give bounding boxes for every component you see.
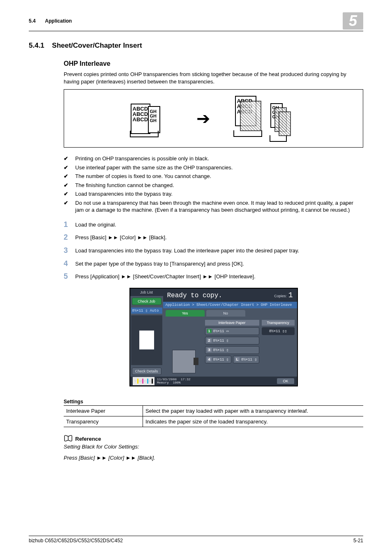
job-list-header: Job List [130, 289, 163, 296]
section-name: Sheet/Cover/Chapter Insert [52, 42, 142, 49]
step-item: Press [Basic] ►► [Color] ►► [Black]. [64, 234, 363, 241]
check-item: The finishing function cannot be changed… [64, 182, 363, 189]
ok-button[interactable]: OK [277, 378, 294, 384]
footer-page: 5-21 [353, 538, 363, 543]
table-row: Interleave Paper Select the paper tray l… [64, 405, 363, 416]
table-row: Transparency Indicates the paper size of… [64, 416, 363, 427]
subsection-title: OHP Interleave [64, 60, 363, 67]
footer-product: bizhub C652/C652DS/C552/C552DS/C452 [29, 538, 123, 543]
reference-heading: Reference [75, 436, 101, 442]
breadcrumb: Application > Sheet/Cover/Chapter Insert… [163, 302, 297, 308]
setting-name: Transparency [64, 416, 143, 427]
reference-line: Press [Basic] ►► [Color] ►► [Black]. [64, 455, 155, 461]
interleave-paper-label: Interleave Paper [205, 320, 259, 326]
tab-no[interactable]: No [206, 310, 245, 317]
status-text: Ready to copy. [167, 292, 222, 299]
tray-2-button[interactable]: 28½×11 ▯ [205, 337, 259, 345]
figure-side-text: GH [150, 118, 158, 123]
transparency-size: 8½×11 ▯▯ [262, 327, 295, 335]
setting-desc: Select the paper tray loaded with paper … [143, 405, 364, 416]
section-number: 5.4.1 [29, 42, 44, 49]
check-details-button[interactable]: Check Details [132, 368, 161, 375]
check-item: The number of copies is fixed to one. Yo… [64, 173, 363, 180]
settings-table: Interleave Paper Select the paper tray l… [64, 405, 363, 427]
arrow-icon: ➔ [196, 110, 210, 127]
footer-time: 17:32 [181, 377, 191, 381]
copies-value: 1 [288, 291, 293, 299]
check-item: Use interleaf paper with the same size a… [64, 164, 363, 171]
figure-text: ABCD [133, 117, 148, 122]
tab-yes[interactable]: Yes [166, 310, 205, 317]
copier-panel-figure: Job List Check Job 8½×11 ▯ Auto Check De… [129, 288, 298, 386]
prerequisite-list: Printing on OHP transparencies is possib… [64, 155, 363, 214]
transparency-label: Transparency [262, 320, 295, 326]
copies-label: Copies: [274, 294, 287, 298]
check-item: Load transparencies into the bypass tray… [64, 190, 363, 198]
device-icon [172, 350, 196, 373]
header-section-name: Application [45, 18, 72, 24]
check-item: Do not use a transparency that has been … [64, 199, 363, 214]
section-title: 5.4.1 Sheet/Cover/Chapter Insert [29, 42, 363, 50]
tray-1-button[interactable]: 18½×11 ▭ [205, 327, 259, 335]
check-job-button[interactable]: Check Job [132, 298, 161, 305]
reference-icon [64, 435, 73, 443]
step-item: Set the paper type of the bypass tray to… [64, 260, 363, 268]
running-header: 5.4 Application 5 [29, 12, 363, 31]
memory-label: Memory [157, 381, 169, 384]
procedure-steps: Load the original. Press [Basic] ►► [Col… [64, 221, 363, 280]
chapter-badge: 5 [343, 12, 363, 30]
check-item: Printing on OHP transparencies is possib… [64, 155, 363, 162]
step-item: Load the original. [64, 221, 363, 229]
original-preview [131, 315, 162, 365]
tray-lct-button[interactable]: L8½×11 ▯ [233, 356, 259, 363]
header-section-number: 5.4 [29, 18, 36, 24]
step-item: Press [Application] ►► [Sheet/Cover/Chap… [64, 273, 363, 280]
memory-value: 100% [173, 381, 180, 384]
toner-levels: YMCK [133, 377, 155, 385]
ohp-interleave-figure: ABCD ABCD ABCD GH GH GH ➔ ABCD ABCD ABCD [64, 89, 363, 148]
setting-name: Interleave Paper [64, 405, 143, 416]
settings-heading: Settings [64, 399, 363, 405]
setting-desc: Indicates the paper size of the loaded t… [143, 416, 364, 427]
page-footer: bizhub C652/C652DS/C552/C552DS/C452 5-21 [29, 536, 363, 543]
intro-paragraph: Prevent copies printed onto OHP transpar… [64, 71, 363, 85]
tray-4-button[interactable]: 48½×11 ▯ [205, 356, 231, 363]
reference-line: Setting Black for Color Settings: [64, 444, 139, 450]
step-item: Load transparencies into the bypass tray… [64, 247, 363, 254]
auto-paper-indicator: 8½×11 ▯ Auto [131, 308, 162, 314]
tray-3-button[interactable]: 38½×11 ▯ [205, 346, 259, 354]
